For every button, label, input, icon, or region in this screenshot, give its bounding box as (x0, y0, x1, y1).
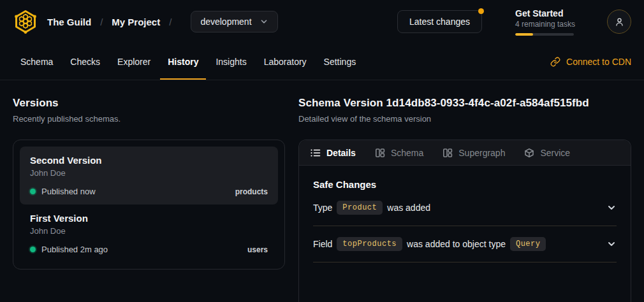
tab-label: Insights (216, 57, 246, 67)
version-meta: Published 2m ago users (30, 245, 268, 254)
version-list: Second Version John Doe Published now pr… (13, 140, 285, 270)
tab-label: History (168, 57, 198, 67)
version-status-text: Published now (41, 187, 96, 196)
version-list-item[interactable]: Second Version John Doe Published now pr… (20, 147, 278, 205)
breadcrumb-separator: / (169, 17, 172, 27)
version-status: Published now (30, 187, 96, 196)
published-status-dot (30, 247, 36, 252)
schema-version-title: Schema Version 1d14db83-0933-4f4c-a02f-a… (298, 97, 631, 110)
get-started-title: Get Started (515, 8, 574, 18)
change-code-badge: Product (337, 201, 383, 215)
version-meta: Published now products (30, 187, 268, 196)
breadcrumb-separator: / (100, 17, 103, 27)
user-icon (614, 17, 625, 27)
latest-changes-button[interactable]: Latest changes (397, 10, 482, 33)
tab-explorer[interactable]: Explorer (110, 43, 158, 80)
version-title: First Version (30, 213, 268, 224)
detail-tabs: Details Schema (299, 140, 631, 166)
user-avatar-button[interactable] (607, 10, 631, 34)
schema-version-panel: Schema Version 1d14db83-0933-4f4c-a02f-a… (298, 97, 631, 302)
schema-version-detail-card: Details Schema (298, 140, 631, 302)
tab-checks[interactable]: Checks (62, 43, 108, 80)
cube-icon (524, 148, 534, 158)
get-started-widget[interactable]: Get Started 4 remaining tasks (515, 8, 574, 36)
versions-panel: Versions Recently published schemas. Sec… (13, 97, 285, 302)
environment-dropdown[interactable]: development (191, 11, 277, 32)
published-status-dot (30, 189, 36, 194)
columns-icon (443, 148, 453, 158)
detail-tab-service[interactable]: Service (524, 148, 570, 158)
change-row[interactable]: Field topProducts was added to object ty… (313, 226, 617, 262)
chevron-down-icon[interactable] (606, 203, 617, 213)
tab-insights[interactable]: Insights (208, 43, 254, 80)
version-title: Second Version (30, 155, 268, 166)
tab-label: Settings (324, 57, 356, 67)
get-started-progressbar (515, 33, 574, 36)
columns-icon (375, 148, 385, 158)
main-nav: Schema Checks Explorer History Insights … (0, 43, 644, 80)
schema-version-subtitle: Detailed view of the schema version (298, 114, 631, 124)
tab-label: Explorer (117, 57, 150, 67)
detail-tab-label: Supergraph (458, 148, 505, 158)
link-icon (550, 57, 560, 67)
connect-to-cdn-link[interactable]: Connect to CDN (550, 43, 631, 80)
detail-content: Safe Changes Type Product was added Fiel… (299, 166, 631, 262)
tab-label: Checks (70, 57, 100, 67)
versions-title: Versions (13, 97, 285, 110)
tab-laboratory[interactable]: Laboratory (256, 43, 314, 80)
app-root: The Guild / My Project / development Lat… (0, 0, 644, 302)
guild-logo-icon[interactable] (13, 9, 38, 34)
cdn-link-label: Connect to CDN (566, 57, 631, 67)
detail-tab-label: Service (540, 148, 570, 158)
environment-dropdown-value: development (200, 17, 251, 27)
chevron-down-icon (260, 17, 268, 26)
detail-tab-label: Details (326, 148, 356, 158)
version-author: John Doe (30, 168, 268, 178)
version-status-text: Published 2m ago (41, 245, 108, 254)
tab-schema[interactable]: Schema (13, 43, 61, 80)
app-header: The Guild / My Project / development Lat… (0, 0, 644, 43)
detail-tab-label: Schema (391, 148, 423, 158)
version-list-item[interactable]: First Version John Doe Published 2m ago … (20, 205, 278, 262)
detail-tab-supergraph[interactable]: Supergraph (443, 148, 505, 158)
breadcrumb-org[interactable]: The Guild (47, 17, 91, 27)
version-status: Published 2m ago (30, 245, 108, 254)
change-row[interactable]: Type Product was added (313, 190, 617, 226)
notification-dot (478, 8, 484, 14)
main-content: Versions Recently published schemas. Sec… (0, 80, 644, 302)
tab-history[interactable]: History (160, 43, 206, 80)
change-text: Field (313, 239, 332, 249)
detail-tab-details[interactable]: Details (311, 148, 356, 158)
tab-settings[interactable]: Settings (316, 43, 364, 80)
change-code-badge: topProducts (337, 237, 402, 251)
safe-changes-heading: Safe Changes (313, 179, 617, 190)
version-service-name: users (247, 245, 268, 254)
tab-label: Laboratory (264, 57, 307, 67)
change-code-badge: Query (510, 237, 546, 251)
change-text: was added (387, 203, 430, 213)
versions-subtitle: Recently published schemas. (13, 114, 285, 124)
list-icon (311, 148, 321, 158)
detail-tab-schema[interactable]: Schema (375, 148, 423, 158)
version-service-name: products (235, 187, 268, 196)
chevron-down-icon[interactable] (606, 239, 617, 249)
breadcrumb-project[interactable]: My Project (112, 17, 160, 27)
change-text: was added to object type (407, 239, 506, 249)
change-text: Type (313, 203, 332, 213)
latest-changes-label: Latest changes (409, 17, 470, 27)
get-started-subtitle: 4 remaining tasks (515, 20, 574, 29)
tab-label: Schema (20, 57, 53, 67)
version-author: John Doe (30, 226, 268, 236)
progress-fill (515, 33, 533, 36)
